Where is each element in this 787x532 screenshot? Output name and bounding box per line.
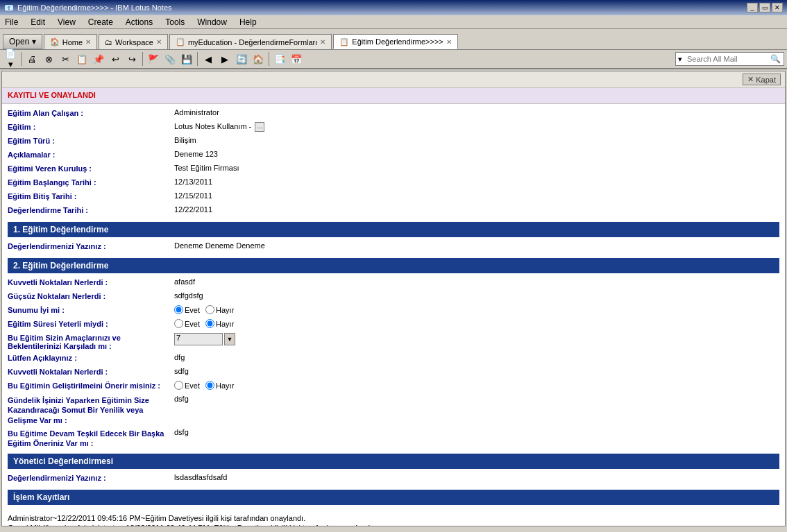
tab-myeducation[interactable]: 📋 myEducation - DeğerlendirmeFormları ✕ <box>169 34 332 49</box>
value-gelistirme: Evet Hayır <box>174 381 779 390</box>
radio-sunumu-evet-input[interactable] <box>174 305 183 314</box>
menu-tools[interactable]: Tools <box>163 17 187 28</box>
tab-workspace-label: Workspace <box>115 38 153 46</box>
close-window-button[interactable]: ✕ <box>772 3 783 12</box>
radio-sunumu-evet[interactable]: Evet <box>174 305 200 314</box>
menu-help[interactable]: Help <box>237 17 259 28</box>
label-egitim-turu: Eğitim Türü : <box>8 136 174 145</box>
radio-gelistirme-evet[interactable]: Evet <box>174 381 200 390</box>
field-egitim-turu: Eğitim Türü : Bilişim <box>8 135 779 148</box>
tb-back-button[interactable]: ◀ <box>201 51 216 67</box>
value-s3-degerlendirme: lsdasdfasfdsafd <box>174 473 779 481</box>
menu-view[interactable]: View <box>56 17 78 28</box>
value-amaclar: 7 ▼ <box>174 333 779 345</box>
tab-workspace-close[interactable]: ✕ <box>156 38 162 46</box>
top-info-section: KAYITLI VE ONAYLANDI <box>2 88 785 104</box>
label-s3-degerlendirme: Değerlendirmenizi Yazınız : <box>8 473 174 482</box>
value-egitim: Lotus Notes Kullanım - ... <box>174 122 779 132</box>
label-egitimi-veren: Eğitimi Veren Kuruluş : <box>8 164 174 173</box>
radio-suresi-evet[interactable]: Evet <box>174 319 200 328</box>
field-s3-degerlendirme: Değerlendirmenizi Yazınız : lsdasdfasfds… <box>8 472 779 486</box>
value-bitis: 12/15/2011 <box>174 191 779 200</box>
egitim-icon: 📋 <box>339 37 349 46</box>
tab-workspace[interactable]: 🗂 Workspace ✕ <box>99 34 168 49</box>
tab-egitim[interactable]: 📋 Eğitim Değerlendirme>>>> ✕ <box>333 34 457 49</box>
radio-gelistirme-hayir-input[interactable] <box>205 381 214 390</box>
search-submit-button[interactable]: 🔍 <box>768 54 784 64</box>
radio-gelistirme-hayir[interactable]: Hayır <box>205 381 234 390</box>
tb-copy-button[interactable]: 📋 <box>74 51 90 67</box>
tb-redo-button[interactable]: ↪ <box>124 51 139 67</box>
label-egitim-alan-calisan: Eğitim Alan Çalışan : <box>8 108 174 117</box>
myeducation-icon: 📋 <box>176 37 185 46</box>
tb-undo-button[interactable]: ↩ <box>108 51 123 67</box>
tb-home-button[interactable]: 🏠 <box>251 51 266 67</box>
menu-bar: File Edit View Create Actions Tools Wind… <box>0 15 787 29</box>
field-gelistirme: Bu Eğitimin Geliştirilmeini Önerir misin… <box>8 379 779 393</box>
value-egitim-suresi: Evet Hayır <box>174 319 779 328</box>
menu-create[interactable]: Create <box>86 17 115 28</box>
open-button[interactable]: Open ▾ <box>3 34 42 49</box>
tb-attach-button[interactable]: 📎 <box>162 51 178 67</box>
tb-forward-button[interactable]: ▶ <box>217 51 232 67</box>
tab-egitim-label: Eğitim Değerlendirme>>>> <box>352 37 443 46</box>
menu-edit[interactable]: Edit <box>28 17 47 28</box>
search-dropdown-btn[interactable]: ▾ <box>676 55 684 64</box>
tb-refresh-button[interactable]: 🔄 <box>234 51 249 67</box>
field-gundelik: Gündelik İşinizi Yaparken Eğitimin Size … <box>8 393 779 427</box>
field-egitim: Eğitim : Lotus Notes Kullanım - ... <box>8 121 779 135</box>
amaclar-dropdown[interactable]: 7 ▼ <box>174 333 779 345</box>
amaclar-dropdown-arrow[interactable]: ▼ <box>224 333 235 345</box>
tb-flag-button[interactable]: 🚩 <box>146 51 161 67</box>
title-bar-controls: _ ▭ ✕ <box>747 3 783 12</box>
field-baslangic: Eğitim Başlangıç Tarihi : 12/13/2011 <box>8 176 779 190</box>
section4-header: İşlem Kayıtları <box>8 490 779 505</box>
radio-egitim-suresi: Evet Hayır <box>174 319 779 328</box>
tb-cut-button[interactable]: ✂ <box>58 51 73 67</box>
close-icon: ✕ <box>747 75 754 84</box>
menu-window[interactable]: Window <box>195 17 229 28</box>
radio-suresi-hayir-input[interactable] <box>205 319 214 328</box>
minimize-button[interactable]: _ <box>747 3 758 12</box>
tb-cal-button[interactable]: 📅 <box>289 51 304 67</box>
radio-suresi-hayir[interactable]: Hayır <box>205 319 234 328</box>
label-baska-egitim: Bu Eğitime Devam Teşkil Edecek Bir Başka… <box>8 428 174 449</box>
tab-myeducation-close[interactable]: ✕ <box>320 38 325 46</box>
tab-home-label: Home <box>62 38 83 46</box>
value-kuvvetli: afasdf <box>174 277 779 286</box>
radio-gelistirme-evet-input[interactable] <box>174 381 183 390</box>
tb-print-button[interactable]: 🖨 <box>24 51 40 67</box>
tab-home[interactable]: 🏠 Home ✕ <box>44 34 97 49</box>
label-gelistirme: Bu Eğitimin Geliştirilmeini Önerir misin… <box>8 381 174 390</box>
search-input[interactable] <box>684 55 768 63</box>
tb-save-button[interactable]: 💾 <box>179 51 194 67</box>
label-baslangic: Eğitim Başlangıç Tarihi : <box>8 178 174 187</box>
search-box[interactable]: ▾ 🔍 <box>675 52 784 66</box>
tb-stop-button[interactable]: ⊗ <box>41 51 56 67</box>
kapat-button[interactable]: ✕ Kapat <box>743 74 781 85</box>
radio-suresi-evet-input[interactable] <box>174 319 183 328</box>
tab-egitim-close[interactable]: ✕ <box>446 38 452 46</box>
label-lutfen: Lütfen Açıklayınız : <box>8 353 174 362</box>
tb-new-button[interactable]: 📄▾ <box>3 51 18 67</box>
value-baslangic: 12/13/2011 <box>174 178 779 186</box>
radio-sunumu-hayir-input[interactable] <box>205 305 214 314</box>
tab-home-close[interactable]: ✕ <box>85 38 91 46</box>
menu-actions[interactable]: Actions <box>124 17 155 28</box>
tb-addr-button[interactable]: 📑 <box>272 51 287 67</box>
form-content: Eğitim Alan Çalışan : Administrator Eğit… <box>2 104 785 510</box>
tb-sep-3 <box>197 52 198 66</box>
field-lutfen: Lütfen Açıklayınız : dfg <box>8 352 779 366</box>
restore-button[interactable]: ▭ <box>759 3 770 12</box>
label-s1-degerlendirme: Değerlendirmenizi Yazınız : <box>8 241 174 250</box>
label-kuvvetli2: Kuvvetli Noktaları Nerlerdi : <box>8 367 174 376</box>
value-lutfen: dfg <box>174 353 779 361</box>
tab-bar: Open ▾ 🏠 Home ✕ 🗂 Workspace ✕ 📋 myEducat… <box>0 29 787 50</box>
field-kuvvetli: Kuvvetli Noktaları Nerlerdi : afasdf <box>8 276 779 290</box>
radio-sunumu-hayir[interactable]: Hayır <box>205 305 234 314</box>
field-kuvvetli2: Kuvvetli Noktaları Nerlerdi : sdfg <box>8 366 779 379</box>
tb-paste-button[interactable]: 📌 <box>91 51 106 67</box>
egitim-detail-button[interactable]: ... <box>255 122 264 132</box>
label-egitim: Eğitim : <box>8 122 174 131</box>
menu-file[interactable]: File <box>3 17 20 28</box>
